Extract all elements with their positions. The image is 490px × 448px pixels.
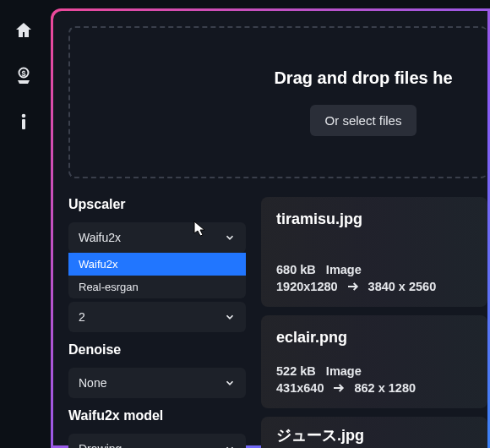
file-list: tiramisu.jpg 680 kB Image 1920x1280 3840… xyxy=(261,197,487,448)
file-dims: 431x640 862 x 1280 xyxy=(276,381,472,395)
model-label: Waifu2x model xyxy=(68,408,246,423)
upscaler-value: Waifu2x xyxy=(79,231,121,244)
file-dims: 1920x1280 3840 x 2560 xyxy=(276,280,472,293)
file-name: tiramisu.jpg xyxy=(276,210,472,228)
upscaler-dropdown: Waifu2x Real-esrgan xyxy=(68,253,246,298)
file-name: eclair.png xyxy=(276,329,472,347)
chevron-down-icon xyxy=(224,377,236,389)
file-meta: 680 kB Image xyxy=(276,263,472,276)
arrow-right-icon xyxy=(332,381,346,395)
file-card[interactable]: eclair.png 522 kB Image 431x640 862 x 12… xyxy=(261,315,487,408)
file-card[interactable]: ジュース.jpg xyxy=(261,417,487,448)
chevron-down-icon xyxy=(224,443,236,448)
svg-point-2 xyxy=(21,114,25,118)
model-value: Drawing xyxy=(79,442,122,448)
denoise-value: None xyxy=(79,376,106,390)
home-icon[interactable] xyxy=(14,20,34,41)
chevron-down-icon xyxy=(224,232,236,243)
model-select[interactable]: Drawing xyxy=(68,434,246,448)
file-name: ジュース.jpg xyxy=(276,425,472,445)
upscaler-label: Upscaler xyxy=(68,197,246,212)
dropzone[interactable]: Drag and drop files he Or select files xyxy=(68,26,487,178)
donate-icon[interactable]: $ xyxy=(14,66,34,86)
file-card[interactable]: tiramisu.jpg 680 kB Image 1920x1280 3840… xyxy=(261,197,487,307)
scale-select[interactable]: 2 xyxy=(68,302,246,332)
svg-rect-3 xyxy=(22,119,25,129)
info-icon[interactable] xyxy=(14,112,34,132)
upscaler-option-real-esrgan[interactable]: Real-esrgan xyxy=(68,276,246,298)
file-meta: 522 kB Image xyxy=(276,364,472,378)
chevron-down-icon xyxy=(224,311,236,323)
upscaler-option-waifu2x[interactable]: Waifu2x xyxy=(68,253,246,276)
select-files-button[interactable]: Or select files xyxy=(310,105,417,136)
dropzone-text: Drag and drop files he xyxy=(274,68,452,88)
scale-value: 2 xyxy=(79,310,85,324)
svg-text:$: $ xyxy=(21,69,25,78)
main: Drag and drop files he Or select files U… xyxy=(46,8,490,448)
upscaler-select[interactable]: Waifu2x xyxy=(68,222,246,253)
denoise-label: Denoise xyxy=(68,342,246,358)
arrow-right-icon xyxy=(346,280,360,293)
sidebar: $ xyxy=(0,0,46,448)
controls-panel: Upscaler Waifu2x Waifu2x Real-esrgan xyxy=(68,197,246,448)
denoise-select[interactable]: None xyxy=(68,368,246,398)
